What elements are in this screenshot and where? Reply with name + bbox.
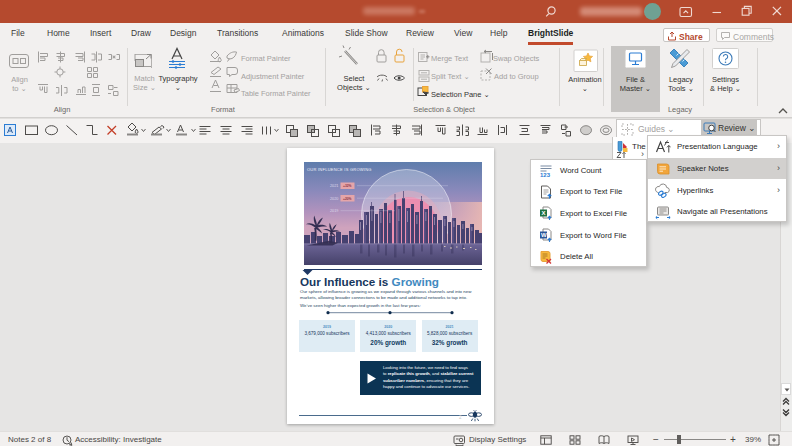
svg-text:OUR INFLUENCE IS GROWING: OUR INFLUENCE IS GROWING — [307, 167, 372, 172]
svg-text:2019: 2019 — [330, 209, 338, 213]
svg-text:2021: 2021 — [330, 184, 338, 188]
svg-text:W: W — [541, 232, 547, 238]
svg-text:+32%: +32% — [343, 184, 352, 188]
svg-text:123: 123 — [540, 171, 551, 177]
svg-text:2020: 2020 — [330, 196, 338, 200]
svg-text:X: X — [542, 211, 546, 217]
svg-text:+20%: +20% — [343, 196, 352, 200]
